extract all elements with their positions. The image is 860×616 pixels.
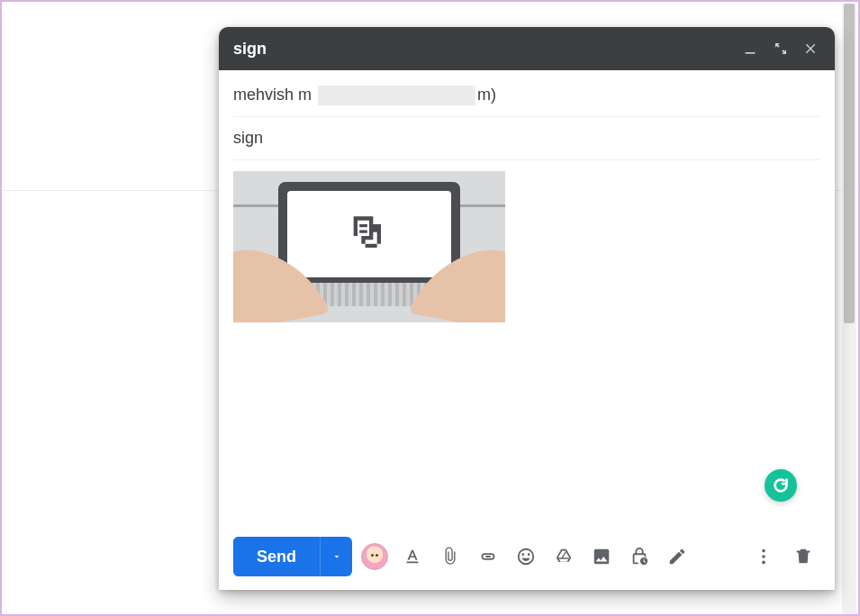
link-icon[interactable] [478,547,498,566]
page-scrollbar[interactable] [842,4,856,614]
compose-fields: mehvish m m) sign [219,70,835,160]
subject-field[interactable]: sign [233,117,820,160]
to-suffix: m) [477,86,496,104]
subject-text: sign [233,129,263,148]
attach-icon[interactable] [440,547,460,566]
emoji-icon[interactable] [516,547,536,566]
svg-point-2 [762,555,765,558]
compose-window: sign mehvish m m) sign [219,27,835,590]
redacted-email [318,86,475,105]
scrollbar-thumb[interactable] [844,4,855,323]
svg-point-1 [762,549,765,553]
toolbar-icons [403,547,687,566]
svg-rect-0 [746,52,756,54]
pen-icon[interactable] [667,547,687,566]
compose-header: sign [219,27,835,70]
photo-icon[interactable] [592,547,611,566]
expand-icon[interactable] [772,40,790,58]
send-button-group: Send [233,537,352,576]
document-stack-icon [346,213,393,263]
avatar[interactable] [361,543,388,570]
close-icon[interactable] [802,40,820,58]
svg-point-3 [762,561,765,565]
compose-body[interactable] [219,160,835,523]
more-vert-icon[interactable] [754,547,774,566]
toolbar-right [754,547,813,566]
format-text-icon[interactable] [403,547,422,566]
minimize-icon[interactable] [741,40,759,58]
signature-image[interactable] [233,171,505,322]
trash-icon[interactable] [793,547,813,566]
compose-title: sign [233,40,729,59]
drive-icon[interactable] [554,547,574,566]
send-button[interactable]: Send [233,537,320,576]
to-name: mehvish m [233,86,312,104]
to-field[interactable]: mehvish m m) [233,74,820,117]
send-more-button[interactable] [320,537,352,576]
compose-toolbar: Send [219,523,835,590]
confidential-clock-icon[interactable] [629,547,649,566]
grammarly-icon[interactable] [765,469,797,502]
